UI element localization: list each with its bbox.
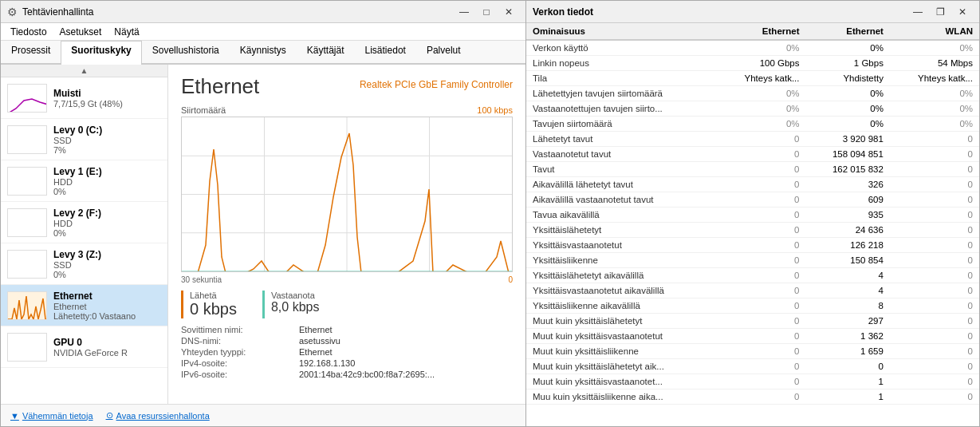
cell-property: Yksittäisvastaanotetut: [526, 238, 716, 253]
disk2-thumb: [7, 208, 47, 237]
cell-ethernet1: 0: [716, 374, 805, 389]
network-close-button[interactable]: ✕: [952, 4, 973, 20]
table-row: Yksittäisliikenne0150 8540: [526, 253, 979, 268]
cell-wlan: 0: [890, 238, 979, 253]
cell-ethernet2: 1 362: [806, 329, 890, 344]
less-info-button[interactable]: ▼ Vähemmän tietoja: [10, 411, 93, 421]
cell-ethernet2: 1 Gbps: [806, 56, 890, 71]
disk2-sub: HDD: [53, 219, 161, 228]
disk0-sub: SSD: [53, 136, 161, 145]
network-maximize-button[interactable]: ❐: [930, 4, 950, 20]
disk0-info: Levy 0 (C:) SSD 7%: [53, 125, 161, 155]
gpu-sub: NVIDIA GeForce R: [53, 348, 161, 358]
ethernet-sub: Ethernet: [53, 302, 161, 311]
open-monitor-button[interactable]: ⊙ Avaa resurssienhallonta: [106, 410, 210, 421]
cell-property: Muut kuin yksittäisliikenne: [526, 344, 716, 359]
sidebar-item-disk3[interactable]: Levy 3 (Z:) SSD 0%: [1, 243, 167, 285]
tab-startup[interactable]: Käynnistys: [230, 41, 297, 65]
table-row: Muut kuin yksittäislähetetyt aik...000: [526, 359, 979, 374]
detail-area: Ethernet Realtek PCIe GbE Family Control…: [168, 65, 525, 404]
table-row: Muut kuin yksittäislähetetyt02970: [526, 314, 979, 329]
network-chart: [181, 117, 513, 272]
cell-wlan: 0%: [890, 117, 979, 132]
sidebar-scroll-up[interactable]: ▲: [1, 65, 167, 77]
app-title: Tehtävienhallinta: [22, 6, 449, 18]
table-row: Tavujen siirtomäärä0%0%0%: [526, 117, 979, 132]
sidebar-item-gpu[interactable]: GPU 0 NVIDIA GeForce R: [1, 326, 167, 368]
cell-ethernet2: 3 920 981: [806, 132, 890, 147]
tab-processes[interactable]: Prosessit: [1, 41, 61, 65]
dns-value: asetussivu: [299, 336, 513, 346]
menu-view[interactable]: Näytä: [108, 25, 145, 38]
sidebar-item-disk0[interactable]: Levy 0 (C:) SSD 7%: [1, 119, 167, 160]
col-ethernet1: Ethernet: [716, 23, 805, 40]
cell-ethernet2: 0%: [806, 101, 890, 117]
network-minimize-button[interactable]: —: [907, 4, 928, 20]
disk3-detail: 0%: [53, 270, 161, 279]
table-row: Linkin nopeus100 Gbps1 Gbps54 Mbps: [526, 56, 979, 71]
chart-siirtomäärä-label: Siirtomäärä: [181, 105, 226, 115]
cell-property: Aikavälillä lähetetyt tavut: [526, 177, 716, 192]
cell-ethernet1: 0: [716, 192, 805, 208]
tab-details[interactable]: Lisätiedot: [355, 41, 416, 65]
table-row: Yksittäislähetetyt024 6360: [526, 223, 979, 238]
cell-property: Muut kuin yksittäislähetetyt aik...: [526, 359, 716, 374]
disk1-info: Levy 1 (E:) HDD 0%: [53, 166, 161, 196]
cell-ethernet2: 126 218: [806, 238, 890, 253]
network-panel-title: Verkon tiedot: [533, 6, 907, 18]
cell-ethernet2: 326: [806, 177, 890, 192]
tab-users[interactable]: Käyttäjät: [297, 41, 355, 65]
table-row: Muut kuin yksittäisliikenne01 6590: [526, 344, 979, 359]
tab-bar: Prosessit Suorituskyky Sovellushistoria …: [1, 41, 525, 65]
cell-wlan: 0%: [890, 101, 979, 117]
menu-file[interactable]: Tiedosto: [4, 25, 53, 38]
minimize-button[interactable]: —: [454, 4, 474, 20]
connection-type-label: Yhteyden tyyppi:: [181, 347, 293, 357]
disk3-name: Levy 3 (Z:): [53, 249, 161, 260]
close-button[interactable]: ✕: [498, 4, 519, 20]
cell-ethernet1: 0: [716, 147, 805, 162]
main-content: ▲ Muisti 7,7/15,9 Gt (48%): [1, 65, 525, 404]
disk3-thumb: [7, 250, 47, 279]
chevron-down-icon: ▼: [10, 411, 19, 421]
cell-property: Tavua aikavälillä: [526, 208, 716, 223]
detail-header: Ethernet Realtek PCIe GbE Family Control…: [181, 74, 513, 99]
detail-info-grid: Sovittimen nimi: Ethernet DNS-nimi: aset…: [181, 325, 513, 379]
table-row: Tavut0162 015 8320: [526, 162, 979, 177]
chart-top-right-label: 100 kbps: [477, 105, 513, 115]
tab-services[interactable]: Palvelut: [416, 41, 471, 65]
ipv4-label: IPv4-osoite:: [181, 358, 293, 368]
monitor-icon: ⊙: [106, 410, 113, 421]
cell-property: Lähetetyt tavut: [526, 132, 716, 147]
cell-wlan: 0: [890, 314, 979, 329]
cell-wlan: 0: [890, 283, 979, 299]
tab-performance[interactable]: Suorituskyky: [61, 41, 141, 65]
ethernet-detail: Lähetetty:0 Vastaano: [53, 311, 161, 321]
table-row: Tavua aikavälillä09350: [526, 208, 979, 223]
maximize-button[interactable]: □: [476, 4, 497, 20]
cell-property: Muut kuin yksittäisvastaanotetut: [526, 329, 716, 344]
cell-ethernet1: 0: [716, 283, 805, 299]
cell-property: Yksittäislähetetyt: [526, 223, 716, 238]
cell-ethernet2: 158 094 851: [806, 147, 890, 162]
menu-settings[interactable]: Asetukset: [53, 25, 108, 38]
cell-wlan: 0: [890, 223, 979, 238]
network-title-bar: Verkon tiedot — ❐ ✕: [526, 1, 979, 23]
cell-ethernet1: 0: [716, 238, 805, 253]
sidebar-item-disk1[interactable]: Levy 1 (E:) HDD 0%: [1, 160, 167, 202]
col-wlan: WLAN: [890, 23, 979, 40]
table-row: Lähetettyjen tavujen siirtomäärä0%0%0%: [526, 86, 979, 101]
table-row: Aikavälillä lähetetyt tavut03260: [526, 177, 979, 192]
tab-app-history[interactable]: Sovellushistoria: [142, 41, 230, 65]
sidebar-item-ethernet[interactable]: Ethernet Ethernet Lähetetty:0 Vastaano: [1, 285, 167, 326]
table-row: Yksittäislähetetyt aikavälillä040: [526, 268, 979, 283]
cell-wlan: 0%: [890, 86, 979, 101]
cell-wlan: 0: [890, 329, 979, 344]
sidebar-item-disk2[interactable]: Levy 2 (F:) HDD 0%: [1, 202, 167, 243]
chart-zero-label: 0: [508, 275, 513, 284]
sidebar-item-memory[interactable]: Muisti 7,7/15,9 Gt (48%): [1, 77, 167, 119]
cell-ethernet1: 100 Gbps: [716, 56, 805, 71]
cell-property: Yksittäisliikenne: [526, 253, 716, 268]
connection-type-value: Ethernet: [299, 347, 513, 357]
disk2-name: Levy 2 (F:): [53, 208, 161, 219]
